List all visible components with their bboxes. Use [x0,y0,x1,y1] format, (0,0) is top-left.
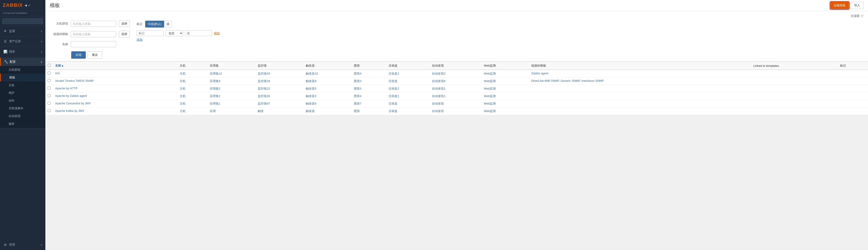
row-hosts-link[interactable]: 主机 [180,79,186,83]
row-discovery-link[interactable]: 自动发现1 [432,87,445,90]
row-checkbox[interactable] [48,109,51,112]
row-name-link[interactable]: Alcatel Timetra TiMOS SNMP [55,79,94,83]
row-triggers-link[interactable]: 监控项26 [258,94,270,98]
row-web-link[interactable]: Web监测 [484,72,496,75]
row-name-cell: AIX [53,70,178,78]
row-items-link[interactable]: 应用集1 [210,102,220,105]
tag-mode-or-button[interactable]: 或 [164,21,172,28]
expand-icon[interactable]: ⤢ [28,3,31,7]
row-checkbox[interactable] [48,79,51,82]
row-triggers-link[interactable]: 监控项22 [258,87,270,90]
row-name-link[interactable]: Apache Cassandra by JMX [55,102,91,105]
sidebar-item-reports[interactable]: 📊 报表 ∨ [0,48,45,56]
name-input[interactable] [71,41,116,47]
sidebar-item-admin[interactable]: ⚙ 管理 ∨ [0,241,45,249]
row-dashboards-link[interactable]: 仪表盘1 [389,87,399,90]
table-row: Alcatel Timetra TiMOS SNMP 主机 应用集9 监控项18… [45,78,868,85]
row-checkbox[interactable] [48,87,51,89]
row-hosts-link[interactable]: 主机 [180,87,186,90]
row-triggers-link[interactable]: 监控项67 [258,102,270,105]
row-triggers-link[interactable]: 监控项18 [258,79,270,83]
reset-button[interactable]: 重设 [88,51,102,59]
row-screens-link[interactable]: 图形4 [354,94,362,98]
row-web-link[interactable]: Web监测 [484,87,496,90]
row-graphs-link[interactable]: 触发器10 [306,72,318,75]
row-name-link[interactable]: AIX [55,72,60,75]
row-graphs-link[interactable]: 触发器9 [306,79,316,83]
row-web-link[interactable]: Web监测 [484,102,496,105]
row-name-link[interactable]: Apache by HTTP [55,87,78,90]
row-triggers-link[interactable]: 监控项43 [258,72,270,75]
row-web-link[interactable]: Web监测 [484,79,496,83]
row-dashboards-link[interactable]: 仪表盘 [389,102,398,105]
row-hosts-link[interactable]: 主机 [180,72,186,75]
import-button[interactable]: 导入 [851,2,864,9]
sidebar-item-monitor[interactable]: 👁 监测 ∨ [0,27,45,35]
sidebar-item-actions[interactable]: 动作 [0,97,45,105]
tag-add-button[interactable]: 添加 [136,38,143,41]
row-hosts-link[interactable]: 主机 [180,109,186,113]
row-discovery-link[interactable]: 自动发现6 [432,79,445,83]
row-items-link[interactable]: 应用 [210,109,216,113]
row-discovery-link[interactable]: 自动发现 [432,109,444,113]
row-web-link[interactable]: Web监测 [484,109,496,113]
create-template-button[interactable]: 创建模板 [830,2,849,9]
tag-name-input[interactable] [136,30,164,36]
row-screens-link[interactable]: 图形7 [354,102,362,105]
search-input[interactable] [2,18,43,24]
row-linked-template-link[interactable]: EtherLike-MIB SNMP, Generic SNMP, Interf… [531,79,604,83]
row-dashboards-link[interactable]: 仪表盘1 [389,72,399,75]
row-discovery-link[interactable]: 自动发现 [432,102,444,105]
hostgroup-select-button[interactable]: 选择 [119,20,130,27]
row-dashboards-link[interactable]: 仪表盘 [389,109,398,113]
sidebar-item-assets[interactable]: ☰ 资产记录 ∨ [0,37,45,46]
row-triggers-link[interactable]: 触发 [258,109,264,113]
row-checkbox[interactable] [48,102,51,105]
collapse-icon[interactable]: ◀ [25,3,27,7]
row-checkbox[interactable] [48,72,51,75]
row-discovery-link[interactable]: 自动发现2 [432,72,445,75]
tag-remove-button[interactable]: 移除 [214,31,220,35]
row-graphs-link[interactable]: 触发器 [306,109,315,113]
tag-condition-select[interactable]: 包含 等于 不包含 [166,30,183,36]
row-graphs-link[interactable]: 触发器5 [306,87,316,90]
row-dashboards-link[interactable]: 仪表盘 [389,79,398,83]
sidebar-item-config[interactable]: 🔧 配置 ∧ [0,58,45,66]
row-items-link[interactable]: 应用集12 [210,72,222,75]
sort-name-link[interactable]: 名称▲ [55,64,64,67]
row-dashboards-link[interactable]: 仪表盘1 [389,94,399,98]
row-linked-template-link[interactable]: Zabbix agent [531,72,548,75]
row-discovery-link[interactable]: 自动发现1 [432,94,445,98]
select-all-checkbox[interactable] [48,64,51,67]
apply-button[interactable]: 应用 [71,51,86,59]
row-screens-link[interactable]: 图形3 [354,79,362,83]
row-items-link[interactable]: 应用集9 [210,79,220,83]
sidebar-item-maintenance[interactable]: 维护 [0,89,45,97]
tag-mode-and-button[interactable]: 与或(默认) [145,21,164,28]
sidebar-item-templates[interactable]: 模板 [0,74,45,81]
monitor-icon: 👁 [3,29,7,33]
linked-template-select-button[interactable]: 选择 [119,31,130,37]
sidebar-item-hostgroups[interactable]: 主机群组 [0,66,45,74]
sidebar-item-hosts[interactable]: 主机 [0,81,45,89]
row-name-cell: Alcatel Timetra TiMOS SNMP [53,78,178,85]
row-name-link[interactable]: Apache Kafka by JMX [55,109,84,112]
tag-value-input[interactable] [185,30,212,36]
sidebar-item-services[interactable]: 服务 [0,120,45,128]
row-items-link[interactable]: 应用集2 [210,94,220,98]
row-screens-link[interactable]: 图形4 [354,72,362,75]
row-screens-link[interactable]: 图形 [354,109,360,113]
row-graphs-link[interactable]: 触发器3 [306,94,316,98]
row-checkbox[interactable] [48,94,51,97]
sidebar-item-correlations[interactable]: 关联项事件 [0,105,45,112]
row-items-link[interactable]: 应用集2 [210,87,220,90]
row-name-link[interactable]: Apache by Zabbix agent [55,94,87,98]
row-screens-link[interactable]: 图形3 [354,87,362,90]
row-graphs-link[interactable]: 触发器6 [306,102,316,105]
row-hosts-link[interactable]: 主机 [180,102,186,105]
linked-template-input[interactable] [71,31,116,37]
sidebar-item-autodiscovery[interactable]: 自动发现 [0,112,45,120]
row-hosts-link[interactable]: 主机 [180,94,186,98]
hostgroup-input[interactable] [71,21,116,27]
row-web-link[interactable]: Web监测 [484,94,496,98]
